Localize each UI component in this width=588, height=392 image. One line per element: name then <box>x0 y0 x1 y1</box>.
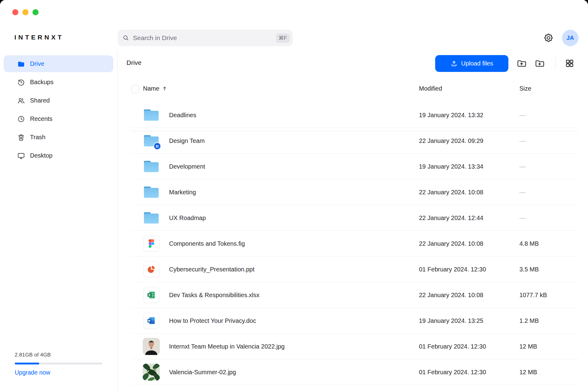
modified-date: 22 January 2024. 09:29 <box>419 137 483 144</box>
traffic-lights <box>12 9 39 15</box>
main-content: Drive Upload files Name <box>118 51 588 392</box>
figma-file-icon <box>143 235 160 252</box>
grid-view-icon[interactable] <box>565 59 574 68</box>
search-shortcut-badge: ⌘F <box>276 33 290 43</box>
excel-file-icon <box>143 286 160 304</box>
gear-icon[interactable] <box>543 33 554 43</box>
drive-folder-icon <box>17 60 25 68</box>
table-row[interactable]: Development19 January 2024. 13:34— <box>118 154 588 179</box>
file-size: 12 MB <box>519 343 537 350</box>
table-row[interactable]: Valencia-Summer-02.jpg01 February 2024. … <box>118 359 588 385</box>
recents-clock-icon <box>17 115 25 123</box>
upload-files-button[interactable]: Upload files <box>435 55 508 72</box>
file-name: Marketing <box>169 189 196 196</box>
search-input[interactable]: Search in Drive ⌘F <box>118 30 293 46</box>
photo-thumbnail-person <box>143 338 160 355</box>
sidebar-item-label: Drive <box>30 60 44 67</box>
table-row[interactable]: Design Team22 January 2024. 09:29— <box>118 128 588 154</box>
storage-progress-bar <box>15 363 102 364</box>
toolbar-divider <box>555 57 556 70</box>
column-name-label: Name <box>143 85 159 92</box>
storage-usage-text: 2.81GB of 4GB <box>15 352 102 358</box>
column-header-modified[interactable]: Modified <box>419 85 442 92</box>
sidebar-item-desktop[interactable]: Desktop <box>4 147 113 164</box>
storage-progress-fill <box>15 363 39 364</box>
search-placeholder: Search in Drive <box>133 34 276 42</box>
file-name: Cybersecurity_Presentation.ppt <box>169 266 254 273</box>
sidebar-item-trash[interactable]: Trash <box>4 129 113 146</box>
sidebar-item-label: Recents <box>30 115 52 122</box>
file-size: 1.2 MB <box>519 317 539 324</box>
sidebar-nav: DriveBackupsSharedRecentsTrashDesktop <box>0 55 117 166</box>
file-name: Development <box>169 163 205 170</box>
sidebar-item-backups[interactable]: Backups <box>4 74 113 91</box>
file-name: Design Team <box>169 137 205 144</box>
table-header: Name Modified Size <box>118 81 588 98</box>
sidebar-item-label: Backups <box>30 79 54 86</box>
table-row[interactable]: UX Roadmap22 January 2024. 12:44— <box>118 205 588 231</box>
upload-folder-icon[interactable] <box>517 58 526 68</box>
app-window: INTERNXT Search in Drive ⌘F JA DriveBack… <box>0 0 588 392</box>
storage-widget: 2.81GB of 4GB Upgrade now <box>15 352 102 376</box>
sidebar-item-recents[interactable]: Recents <box>4 110 113 127</box>
table-row[interactable]: How to Protect Your Privacy.doc19 Januar… <box>118 308 588 334</box>
modified-date: 01 February 2024. 12:30 <box>419 266 486 273</box>
table-row[interactable]: Cybersecurity_Presentation.ppt01 Februar… <box>118 256 588 282</box>
folder-icon <box>143 132 160 149</box>
avatar[interactable]: JA <box>562 30 579 46</box>
file-name: Dev Tasks & Responsibilities.xlsx <box>169 292 259 299</box>
trash-icon <box>17 133 25 141</box>
file-size: 12 MB <box>519 369 537 376</box>
backups-history-icon <box>17 78 25 86</box>
new-folder-icon[interactable] <box>535 58 545 68</box>
modified-date: 22 January 2024. 10:08 <box>419 240 483 247</box>
modified-date: 01 February 2024. 12:30 <box>419 369 486 376</box>
modified-date: 22 January 2024. 10:08 <box>419 292 483 299</box>
sidebar-item-label: Trash <box>30 134 45 141</box>
internxt-logo: INTERNXT <box>14 34 64 41</box>
modified-date: 22 January 2024. 12:44 <box>419 215 483 222</box>
table-row[interactable]: Deadlines19 January 2024. 13:32— <box>118 102 588 128</box>
photo-thumbnail-leaves <box>143 364 160 381</box>
file-size: — <box>519 163 526 170</box>
column-header-size[interactable]: Size <box>519 85 531 92</box>
table-row[interactable]: Components and Tokens.fig22 January 2024… <box>118 231 588 256</box>
file-name: Internxt Team Meetup in Valencia 2022.jp… <box>169 343 285 350</box>
file-size: — <box>519 112 526 119</box>
column-header-name[interactable]: Name <box>143 85 167 92</box>
file-size: — <box>519 137 526 144</box>
word-file-icon <box>143 312 160 329</box>
sidebar-item-label: Desktop <box>30 152 52 159</box>
file-name: How to Protect Your Privacy.doc <box>169 317 256 324</box>
upload-icon <box>450 60 458 67</box>
minimize-window-button[interactable] <box>22 9 28 15</box>
folder-icon <box>143 158 160 175</box>
folder-icon <box>143 209 160 226</box>
sort-arrow-up-icon <box>162 86 167 91</box>
shared-users-icon <box>17 97 25 105</box>
file-name: Valencia-Summer-02.jpg <box>169 369 236 376</box>
table-row[interactable]: Internxt Team Meetup in Valencia 2022.jp… <box>118 334 588 359</box>
file-size: 1077.7 kB <box>519 292 547 299</box>
table-row[interactable]: Marketing22 January 2024. 10:08— <box>118 179 588 205</box>
file-size: — <box>519 215 526 222</box>
sidebar-item-shared[interactable]: Shared <box>4 92 113 109</box>
select-all-checkbox[interactable] <box>131 85 139 93</box>
file-name: Components and Tokens.fig <box>169 240 245 247</box>
upgrade-now-link[interactable]: Upgrade now <box>15 369 102 376</box>
close-window-button[interactable] <box>12 9 18 15</box>
file-name: UX Roadmap <box>169 215 206 222</box>
desktop-icon <box>17 152 25 160</box>
sidebar-item-drive[interactable]: Drive <box>4 55 113 72</box>
table-row[interactable]: Dev Tasks & Responsibilities.xlsx22 Janu… <box>118 282 588 308</box>
modified-date: 19 January 2024. 13:34 <box>419 163 483 170</box>
zoom-window-button[interactable] <box>32 9 39 15</box>
sidebar-item-label: Shared <box>30 97 50 104</box>
page-title: Drive <box>126 59 141 66</box>
modified-date: 19 January 2024. 13:25 <box>419 317 483 324</box>
sidebar: DriveBackupsSharedRecentsTrashDesktop 2.… <box>0 51 118 392</box>
file-size: 3.5 MB <box>519 266 539 273</box>
search-icon <box>123 35 129 41</box>
folder-icon <box>143 106 160 124</box>
file-name: Deadlines <box>169 112 196 119</box>
